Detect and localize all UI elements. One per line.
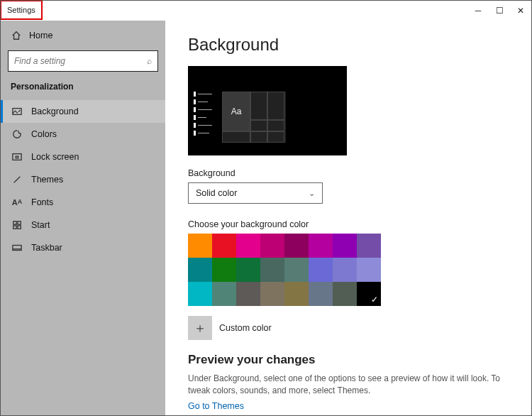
svg-rect-3	[13, 221, 16, 224]
sidebar-item-label: Lock screen	[31, 152, 79, 162]
color-swatch[interactable]	[284, 258, 309, 282]
sidebar-item-lockscreen[interactable]: Lock screen	[1, 146, 165, 168]
color-swatch[interactable]	[236, 234, 260, 258]
svg-rect-2	[16, 156, 18, 158]
font-icon: AA	[11, 198, 23, 207]
home-icon	[11, 31, 22, 40]
search-input[interactable]	[14, 56, 147, 66]
lock-icon	[11, 152, 23, 162]
svg-rect-1	[13, 154, 21, 160]
picture-icon	[11, 106, 23, 116]
search-box[interactable]: ⌕	[8, 50, 158, 72]
color-swatch[interactable]	[260, 234, 284, 258]
custom-color-button[interactable]: ＋	[188, 316, 212, 340]
custom-color-label: Custom color	[219, 323, 272, 333]
sidebar-item-taskbar[interactable]: Taskbar	[1, 236, 165, 259]
preview-tiles: Aa	[222, 92, 286, 143]
background-type-dropdown[interactable]: Solid color ⌄	[188, 182, 323, 204]
sidebar-item-themes[interactable]: Themes	[1, 168, 165, 191]
color-swatch[interactable]	[309, 258, 333, 282]
sidebar-item-label: Start	[31, 220, 50, 230]
color-swatch[interactable]	[188, 282, 212, 306]
desktop-preview: Aa	[188, 66, 347, 155]
sidebar-item-fonts[interactable]: AA Fonts	[1, 191, 165, 214]
color-swatch[interactable]	[236, 282, 260, 306]
color-swatch[interactable]	[236, 258, 260, 282]
home-nav[interactable]: Home	[1, 25, 165, 46]
background-label: Background	[188, 168, 511, 178]
content-pane: Background Aa Background Solid color ⌄ C…	[165, 21, 531, 415]
start-icon	[11, 220, 23, 230]
sidebar-item-start[interactable]: Start	[1, 214, 165, 236]
chevron-down-icon: ⌄	[309, 189, 315, 198]
color-swatch[interactable]	[333, 282, 357, 306]
preview-start-menu	[194, 92, 212, 136]
svg-rect-5	[13, 226, 16, 229]
color-swatch[interactable]	[357, 258, 381, 282]
taskbar-icon	[11, 243, 23, 253]
go-to-themes-link[interactable]: Go to Themes	[188, 401, 511, 411]
color-swatch[interactable]	[333, 234, 357, 258]
color-swatch[interactable]	[212, 258, 236, 282]
color-swatch[interactable]	[212, 234, 236, 258]
sidebar: Home ⌕ Personalization Background Colors…	[1, 21, 165, 415]
sidebar-item-colors[interactable]: Colors	[1, 123, 165, 146]
sidebar-item-label: Colors	[31, 129, 57, 139]
preview-description: Under Background, select one of the opti…	[188, 373, 511, 397]
sidebar-item-label: Themes	[31, 175, 63, 185]
svg-rect-4	[18, 221, 21, 224]
sidebar-item-label: Background	[31, 106, 79, 116]
minimize-button[interactable]: ─	[467, 1, 489, 21]
color-swatch[interactable]	[260, 282, 284, 306]
color-swatch[interactable]	[188, 234, 212, 258]
color-swatch[interactable]	[212, 282, 236, 306]
color-swatch[interactable]	[309, 282, 333, 306]
preview-tile-large: Aa	[222, 92, 250, 131]
search-icon: ⌕	[147, 56, 152, 66]
home-label: Home	[29, 31, 52, 40]
color-swatch[interactable]	[357, 282, 381, 306]
brush-icon	[11, 175, 23, 185]
color-swatch[interactable]	[357, 234, 381, 258]
sidebar-item-label: Taskbar	[31, 243, 62, 253]
dropdown-value: Solid color	[196, 188, 237, 198]
palette-icon	[11, 129, 23, 139]
preview-heading: Preview your changes	[188, 353, 511, 367]
color-swatch[interactable]	[260, 258, 284, 282]
color-swatch[interactable]	[309, 234, 333, 258]
color-grid	[188, 234, 511, 306]
sidebar-item-background[interactable]: Background	[1, 100, 165, 123]
color-swatch[interactable]	[188, 258, 212, 282]
color-swatch[interactable]	[284, 282, 309, 306]
app-title-highlight: Settings	[0, 0, 43, 20]
app-title: Settings	[7, 6, 35, 14]
page-title: Background	[188, 35, 511, 55]
color-swatch[interactable]	[333, 258, 357, 282]
svg-rect-6	[18, 226, 21, 229]
sidebar-item-label: Fonts	[31, 197, 53, 207]
close-button[interactable]: ✕	[510, 1, 531, 21]
svg-rect-7	[13, 246, 21, 251]
category-label: Personalization	[1, 79, 165, 100]
plus-icon: ＋	[194, 319, 206, 336]
color-swatch[interactable]	[284, 234, 309, 258]
maximize-button[interactable]: ☐	[489, 1, 510, 21]
colors-label: Choose your background color	[188, 219, 511, 229]
titlebar: Settings ─ ☐ ✕	[1, 1, 531, 21]
